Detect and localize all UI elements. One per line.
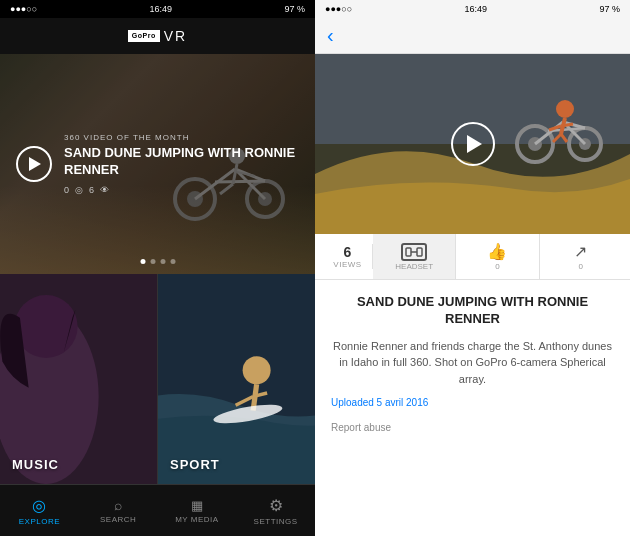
left-status-bar: ●●●○○ 16:49 97 % — [0, 0, 315, 18]
svg-line-34 — [561, 124, 573, 126]
detail-video-section[interactable] — [315, 54, 630, 234]
nav-explore[interactable]: ◎ EXPLORE — [0, 485, 79, 536]
nav-my-media[interactable]: ▦ MY MEDIA — [158, 485, 237, 536]
like-count: 0 — [495, 262, 499, 271]
like-stat[interactable]: 👍 0 — [456, 234, 539, 279]
headset-icon-svg — [401, 243, 427, 261]
carousel-dots — [140, 259, 175, 264]
left-time: 16:49 — [150, 4, 173, 14]
svg-rect-40 — [417, 248, 422, 256]
dot-1[interactable] — [140, 259, 145, 264]
gopro-text: GoPro — [132, 32, 156, 40]
category-grid: MUSIC SPORT — [0, 274, 315, 484]
detail-play-button[interactable] — [451, 122, 495, 166]
like-icon: 👍 — [487, 242, 507, 261]
settings-label: SETTINGS — [254, 517, 298, 526]
logo-container: GoPro VR — [128, 28, 187, 44]
report-abuse-link[interactable]: Report abuse — [331, 422, 614, 433]
share-count: 0 — [579, 262, 583, 271]
right-battery: 97 % — [599, 4, 620, 14]
bottom-navigation: ◎ EXPLORE ⌕ SEARCH ▦ MY MEDIA ⚙ SETTINGS — [0, 484, 315, 536]
views-stat: 6 VIEWS — [323, 244, 373, 269]
app-header: GoPro VR — [0, 18, 315, 54]
views-label: VIEWS — [333, 260, 361, 269]
views-count: 6 — [344, 244, 352, 260]
left-battery-area: 97 % — [284, 4, 305, 14]
headset-label: HEADSET — [395, 262, 433, 271]
sport-label: SPORT — [170, 457, 220, 472]
share-stat[interactable]: ↗ 0 — [540, 234, 622, 279]
right-phone: ●●●○○ 16:49 97 % ‹ — [315, 0, 630, 536]
upload-date: Uploaded 5 avril 2016 — [331, 397, 614, 408]
detail-title: SAND DUNE JUMPING WITH RONNIE RENNER — [331, 294, 614, 328]
headset-icon — [401, 243, 427, 261]
vr-label: VR — [164, 28, 187, 44]
hero-likes-icon: 👁 — [100, 185, 109, 195]
sport-bg — [158, 274, 315, 484]
search-label: SEARCH — [100, 515, 136, 524]
play-icon — [29, 157, 41, 171]
nav-search[interactable]: ⌕ SEARCH — [79, 485, 158, 536]
hero-title: SAND DUNE JUMPING WITH RONNIE RENNER — [64, 145, 299, 179]
detail-content: SAND DUNE JUMPING WITH RONNIE RENNER Ron… — [315, 280, 630, 536]
settings-icon: ⚙ — [269, 496, 283, 515]
hero-stats: 0 ◎ 6 👁 — [64, 185, 299, 195]
sport-category[interactable]: SPORT — [158, 274, 315, 484]
sport-scene — [158, 274, 315, 484]
hero-content: 360 VIDEO OF THE MONTH SAND DUNE JUMPING… — [0, 54, 315, 274]
search-icon: ⌕ — [114, 497, 122, 513]
detail-header: ‹ — [315, 18, 630, 54]
my-media-icon: ▦ — [191, 498, 203, 513]
dot-3[interactable] — [160, 259, 165, 264]
left-phone: ●●●○○ 16:49 97 % GoPro VR — [0, 0, 315, 536]
hero-section[interactable]: 360 VIDEO OF THE MONTH SAND DUNE JUMPING… — [0, 54, 315, 274]
gopro-logo: GoPro — [128, 30, 160, 42]
dot-2[interactable] — [150, 259, 155, 264]
hero-likes: 6 — [89, 185, 94, 195]
hero-views-icon: ◎ — [75, 185, 83, 195]
detail-play-icon — [467, 135, 482, 153]
dot-4[interactable] — [170, 259, 175, 264]
right-time: 16:49 — [465, 4, 488, 14]
right-status-bar: ●●●○○ 16:49 97 % — [315, 0, 630, 18]
detail-stats-bar: 6 VIEWS HEADSET 👍 0 ↗ 0 — [315, 234, 630, 280]
hero-play-button[interactable] — [16, 146, 52, 182]
svg-point-14 — [15, 295, 78, 358]
music-label: MUSIC — [12, 457, 59, 472]
back-button[interactable]: ‹ — [327, 24, 334, 47]
headset-stat[interactable]: HEADSET — [373, 234, 456, 279]
right-carrier: ●●●○○ — [325, 4, 352, 14]
share-icon: ↗ — [574, 242, 587, 261]
left-carrier: ●●●○○ — [10, 4, 37, 14]
music-category[interactable]: MUSIC — [0, 274, 157, 484]
hero-tag: 360 VIDEO OF THE MONTH — [64, 133, 299, 142]
nav-settings[interactable]: ⚙ SETTINGS — [236, 485, 315, 536]
explore-label: EXPLORE — [19, 517, 60, 526]
detail-description: Ronnie Renner and friends charge the St.… — [331, 338, 614, 388]
my-media-label: MY MEDIA — [175, 515, 218, 524]
svg-point-16 — [243, 356, 271, 384]
svg-point-31 — [556, 100, 574, 118]
music-bg — [0, 274, 157, 484]
left-battery-text: 97 % — [284, 4, 305, 14]
hero-views: 0 — [64, 185, 69, 195]
svg-rect-38 — [406, 248, 411, 256]
explore-icon: ◎ — [32, 496, 46, 515]
hero-text-block: 360 VIDEO OF THE MONTH SAND DUNE JUMPING… — [64, 133, 299, 195]
music-scene — [0, 274, 157, 484]
